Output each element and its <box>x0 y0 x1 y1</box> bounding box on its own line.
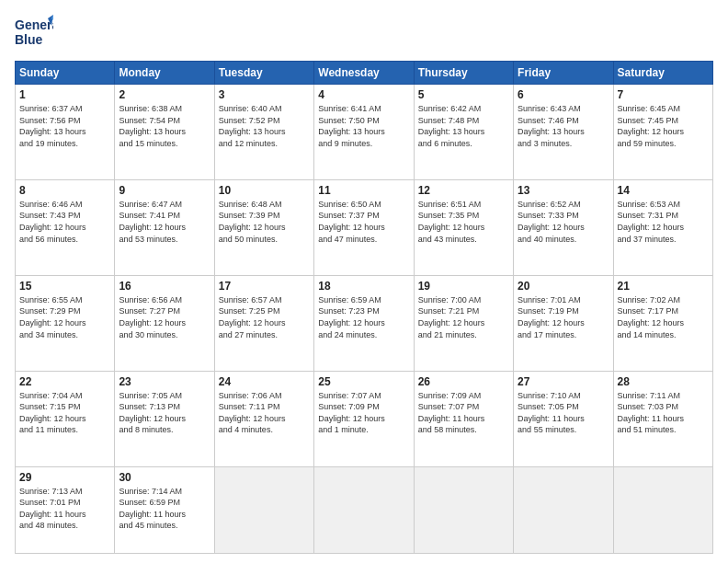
day-number: 1 <box>19 88 110 101</box>
table-row: 24Sunrise: 7:06 AM Sunset: 7:11 PM Dayli… <box>214 371 313 466</box>
day-number: 30 <box>119 471 210 484</box>
cell-info: Sunrise: 6:52 AM Sunset: 7:33 PM Dayligh… <box>518 199 609 245</box>
table-row: 12Sunrise: 6:51 AM Sunset: 7:35 PM Dayli… <box>414 179 513 275</box>
table-row: 29Sunrise: 7:13 AM Sunset: 7:01 PM Dayli… <box>16 466 115 554</box>
day-number: 8 <box>19 184 110 197</box>
table-row: 28Sunrise: 7:11 AM Sunset: 7:03 PM Dayli… <box>613 371 712 466</box>
day-number: 22 <box>19 375 110 388</box>
table-row: 21Sunrise: 7:02 AM Sunset: 7:17 PM Dayli… <box>613 275 712 371</box>
day-number: 7 <box>618 88 709 101</box>
day-number: 6 <box>518 88 609 101</box>
calendar-week-row: 1Sunrise: 6:37 AM Sunset: 7:56 PM Daylig… <box>16 85 713 180</box>
cell-info: Sunrise: 7:07 AM Sunset: 7:09 PM Dayligh… <box>318 390 409 436</box>
table-row: 27Sunrise: 7:10 AM Sunset: 7:05 PM Dayli… <box>514 371 613 466</box>
cell-info: Sunrise: 7:02 AM Sunset: 7:17 PM Dayligh… <box>618 294 709 340</box>
col-monday: Monday <box>115 62 214 85</box>
table-row <box>414 466 513 554</box>
day-number: 27 <box>518 375 609 388</box>
table-row: 2Sunrise: 6:38 AM Sunset: 7:54 PM Daylig… <box>115 85 214 180</box>
table-row: 19Sunrise: 7:00 AM Sunset: 7:21 PM Dayli… <box>414 275 513 371</box>
cell-info: Sunrise: 6:53 AM Sunset: 7:31 PM Dayligh… <box>618 199 709 245</box>
cell-info: Sunrise: 6:51 AM Sunset: 7:35 PM Dayligh… <box>418 199 509 245</box>
cell-info: Sunrise: 6:46 AM Sunset: 7:43 PM Dayligh… <box>19 199 110 245</box>
day-number: 24 <box>219 375 310 388</box>
col-wednesday: Wednesday <box>314 62 414 85</box>
cell-info: Sunrise: 6:59 AM Sunset: 7:23 PM Dayligh… <box>318 294 409 340</box>
day-number: 12 <box>418 184 509 197</box>
day-number: 10 <box>219 184 310 197</box>
cell-info: Sunrise: 7:04 AM Sunset: 7:15 PM Dayligh… <box>19 390 110 436</box>
day-number: 21 <box>618 280 709 293</box>
day-number: 14 <box>618 184 709 197</box>
table-row: 7Sunrise: 6:45 AM Sunset: 7:45 PM Daylig… <box>613 85 712 180</box>
cell-info: Sunrise: 6:38 AM Sunset: 7:54 PM Dayligh… <box>119 103 210 149</box>
cell-info: Sunrise: 7:06 AM Sunset: 7:11 PM Dayligh… <box>219 390 310 436</box>
logo-svg: General Blue <box>15 15 53 50</box>
day-number: 20 <box>518 280 609 293</box>
table-row: 22Sunrise: 7:04 AM Sunset: 7:15 PM Dayli… <box>16 371 115 466</box>
cell-info: Sunrise: 6:42 AM Sunset: 7:48 PM Dayligh… <box>418 103 509 149</box>
table-row <box>514 466 613 554</box>
table-row: 5Sunrise: 6:42 AM Sunset: 7:48 PM Daylig… <box>414 85 513 180</box>
calendar-week-row: 8Sunrise: 6:46 AM Sunset: 7:43 PM Daylig… <box>16 179 713 275</box>
calendar-week-row: 22Sunrise: 7:04 AM Sunset: 7:15 PM Dayli… <box>16 371 713 466</box>
cell-info: Sunrise: 7:01 AM Sunset: 7:19 PM Dayligh… <box>518 294 609 340</box>
day-number: 28 <box>618 375 709 388</box>
day-number: 16 <box>119 280 210 293</box>
table-row <box>214 466 313 554</box>
cell-info: Sunrise: 7:10 AM Sunset: 7:05 PM Dayligh… <box>518 390 609 436</box>
day-number: 4 <box>318 88 409 101</box>
day-number: 2 <box>119 88 210 101</box>
cell-info: Sunrise: 7:05 AM Sunset: 7:13 PM Dayligh… <box>119 390 210 436</box>
cell-info: Sunrise: 6:57 AM Sunset: 7:25 PM Dayligh… <box>219 294 310 340</box>
logo-mark: General Blue <box>15 15 53 53</box>
cell-info: Sunrise: 6:55 AM Sunset: 7:29 PM Dayligh… <box>19 294 110 340</box>
cell-info: Sunrise: 6:48 AM Sunset: 7:39 PM Dayligh… <box>219 199 310 245</box>
cell-info: Sunrise: 7:09 AM Sunset: 7:07 PM Dayligh… <box>418 390 509 436</box>
col-saturday: Saturday <box>613 62 712 85</box>
table-row: 30Sunrise: 7:14 AM Sunset: 6:59 PM Dayli… <box>115 466 214 554</box>
day-number: 9 <box>119 184 210 197</box>
cell-info: Sunrise: 6:47 AM Sunset: 7:41 PM Dayligh… <box>119 199 210 245</box>
table-row: 9Sunrise: 6:47 AM Sunset: 7:41 PM Daylig… <box>115 179 214 275</box>
calendar-week-row: 15Sunrise: 6:55 AM Sunset: 7:29 PM Dayli… <box>16 275 713 371</box>
day-number: 11 <box>318 184 409 197</box>
day-number: 13 <box>518 184 609 197</box>
table-row: 15Sunrise: 6:55 AM Sunset: 7:29 PM Dayli… <box>16 275 115 371</box>
col-friday: Friday <box>514 62 613 85</box>
col-sunday: Sunday <box>16 62 115 85</box>
table-row: 1Sunrise: 6:37 AM Sunset: 7:56 PM Daylig… <box>16 85 115 180</box>
logo: General Blue <box>15 15 57 53</box>
cell-info: Sunrise: 6:37 AM Sunset: 7:56 PM Dayligh… <box>19 103 110 149</box>
day-number: 25 <box>318 375 409 388</box>
day-number: 15 <box>19 280 110 293</box>
cell-info: Sunrise: 6:40 AM Sunset: 7:52 PM Dayligh… <box>219 103 310 149</box>
svg-text:General: General <box>15 17 53 32</box>
table-row: 23Sunrise: 7:05 AM Sunset: 7:13 PM Dayli… <box>115 371 214 466</box>
table-row: 26Sunrise: 7:09 AM Sunset: 7:07 PM Dayli… <box>414 371 513 466</box>
table-row: 8Sunrise: 6:46 AM Sunset: 7:43 PM Daylig… <box>16 179 115 275</box>
table-row <box>613 466 712 554</box>
table-row: 10Sunrise: 6:48 AM Sunset: 7:39 PM Dayli… <box>214 179 313 275</box>
col-thursday: Thursday <box>414 62 513 85</box>
table-row <box>314 466 414 554</box>
cell-info: Sunrise: 7:13 AM Sunset: 7:01 PM Dayligh… <box>19 486 110 532</box>
table-row: 4Sunrise: 6:41 AM Sunset: 7:50 PM Daylig… <box>314 85 414 180</box>
cell-info: Sunrise: 7:11 AM Sunset: 7:03 PM Dayligh… <box>618 390 709 436</box>
day-number: 17 <box>219 280 310 293</box>
table-row: 25Sunrise: 7:07 AM Sunset: 7:09 PM Dayli… <box>314 371 414 466</box>
cell-info: Sunrise: 7:14 AM Sunset: 6:59 PM Dayligh… <box>119 486 210 532</box>
calendar-header-row: Sunday Monday Tuesday Wednesday Thursday… <box>16 62 713 85</box>
table-row: 6Sunrise: 6:43 AM Sunset: 7:46 PM Daylig… <box>514 85 613 180</box>
cell-info: Sunrise: 6:41 AM Sunset: 7:50 PM Dayligh… <box>318 103 409 149</box>
cell-info: Sunrise: 6:43 AM Sunset: 7:46 PM Dayligh… <box>518 103 609 149</box>
table-row: 14Sunrise: 6:53 AM Sunset: 7:31 PM Dayli… <box>613 179 712 275</box>
day-number: 26 <box>418 375 509 388</box>
col-tuesday: Tuesday <box>214 62 313 85</box>
calendar: Sunday Monday Tuesday Wednesday Thursday… <box>15 61 713 554</box>
cell-info: Sunrise: 6:56 AM Sunset: 7:27 PM Dayligh… <box>119 294 210 340</box>
header: General Blue <box>15 15 713 53</box>
day-number: 5 <box>418 88 509 101</box>
table-row: 11Sunrise: 6:50 AM Sunset: 7:37 PM Dayli… <box>314 179 414 275</box>
table-row: 13Sunrise: 6:52 AM Sunset: 7:33 PM Dayli… <box>514 179 613 275</box>
